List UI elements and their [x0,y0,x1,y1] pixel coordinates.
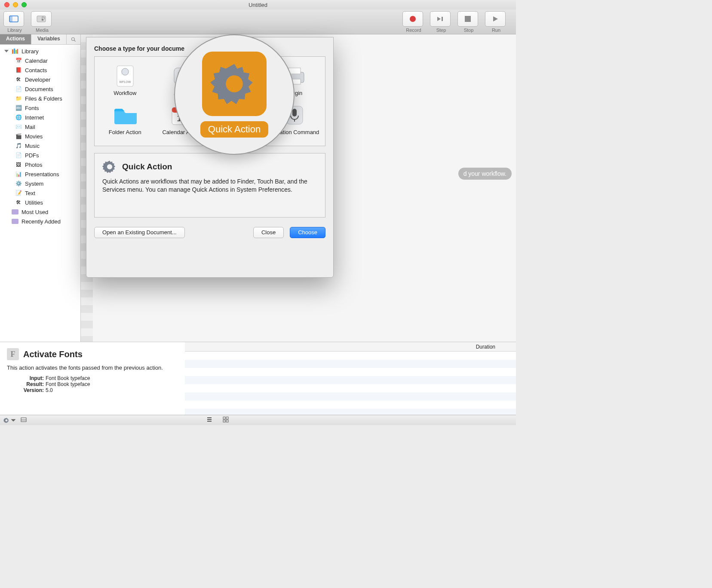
tree-most-used[interactable]: Most Used [3,207,80,217]
step-label: Step [436,28,446,33]
record-button[interactable] [402,11,423,27]
sidebar-item-label: Files & Folders [25,95,62,102]
open-existing-button[interactable]: Open an Existing Document... [94,227,185,238]
category-icon: 🌐 [15,113,22,121]
duration-column-header[interactable]: Duration [185,342,516,352]
sidebar-item-photos[interactable]: 🖼Photos [3,160,80,169]
tree-library[interactable]: Library [3,46,80,56]
folder-icon [11,217,19,225]
template-description: Quick Action Quick Actions are workflows… [94,153,325,217]
sidebar-item-presentations[interactable]: 📊Presentations [3,169,80,179]
library-label: Library [7,28,22,33]
library-button[interactable] [3,11,24,27]
sidebar-item-calendar[interactable]: 📅Calendar [3,56,80,65]
run-button[interactable] [485,11,506,27]
svg-rect-5 [465,16,471,22]
media-label: Media [36,28,49,33]
svg-rect-20 [226,420,228,422]
svg-text:WFLOW: WFLOW [119,80,131,83]
view-grid-button[interactable] [223,416,229,424]
sidebar-item-mail[interactable]: ✉️Mail [3,122,80,132]
template-folder-action[interactable]: Folder Action [98,101,152,144]
title-bar: Untitled [0,0,516,9]
detail-input-row: Input:Font Book typeface [19,375,178,381]
category-icon: ✉️ [15,123,22,131]
detail-title: F Activate Fonts [7,348,178,360]
sidebar-item-label: Documents [25,86,53,92]
category-icon: 🛠 [15,76,22,83]
template-desc-title: Quick Action [122,162,172,172]
quick-action-label: Quick Action [200,121,268,138]
sidebar-item-documents[interactable]: 📄Documents [3,84,80,94]
sidebar-item-developer[interactable]: 🛠Developer [3,75,80,84]
sidebar-item-utilities[interactable]: 🛠Utilities [3,198,80,207]
gear-icon [3,417,9,423]
svg-rect-17 [223,417,225,419]
detail-result-row: Result:Font Book typeface [19,381,178,387]
folder-icon [11,208,19,216]
stop-label: Stop [464,28,474,33]
template-desc-body: Quick Actions are workflows that may be … [102,178,317,194]
view-list-button[interactable] [206,416,212,424]
gear-icon [102,159,117,174]
caret-down-icon [10,417,16,423]
library-sidebar: Actions Variables Library 📅Calendar📕Cont… [0,34,81,342]
tree-recently-added-label: Recently Added [21,218,61,225]
sidebar-search[interactable] [67,34,80,44]
sidebar-item-label: PDFs [25,152,39,159]
category-icon: 📕 [15,66,22,74]
gear-menu-button[interactable] [3,417,16,423]
sidebar-item-text[interactable]: 📝Text [3,188,80,198]
sidebar-item-contacts[interactable]: 📕Contacts [3,65,80,75]
category-icon: 🖼 [15,161,22,168]
sidebar-item-system[interactable]: ⚙️System [3,179,80,188]
category-icon: 📝 [15,189,22,197]
category-icon: ⚙️ [15,180,22,187]
choose-button[interactable]: Choose [290,227,325,238]
sidebar-item-label: Fonts [25,105,39,111]
category-icon: 🔤 [15,104,22,112]
tree-recently-added[interactable]: Recently Added [3,217,80,226]
sidebar-item-music[interactable]: 🎵Music [3,141,80,150]
svg-rect-37 [292,109,297,116]
media-button[interactable] [31,11,52,27]
sidebar-item-fonts[interactable]: 🔤Fonts [3,103,80,113]
detail-summary: This action activates the fonts passed f… [7,364,178,371]
status-bar [0,415,516,425]
stop-button[interactable] [457,11,478,27]
run-label: Run [492,28,500,33]
step-button[interactable] [430,11,451,27]
svg-rect-18 [226,417,228,419]
gear-icon [211,60,258,107]
svg-point-6 [71,37,74,40]
tab-actions[interactable]: Actions [0,34,31,44]
category-icon: 📅 [15,57,22,64]
svg-rect-10 [15,50,17,54]
record-label: Record [406,28,421,33]
workflow-icon: WFLOW [113,64,138,89]
template-workflow-label: Workflow [114,90,136,97]
sidebar-item-label: Music [25,143,40,149]
svg-point-22 [122,68,129,75]
template-workflow[interactable]: WFLOW Workflow [98,62,152,98]
svg-rect-8 [12,49,13,54]
tab-variables[interactable]: Variables [31,34,67,44]
sidebar-item-files-folders[interactable]: 📁Files & Folders [3,94,80,103]
category-icon: 📄 [15,85,22,93]
sidebar-item-label: Contacts [25,67,47,74]
sidebar-item-movies[interactable]: 🎬Movies [3,132,80,141]
library-icon [11,47,19,55]
disclosure-triangle-icon [4,50,9,52]
close-button[interactable]: Close [253,227,284,238]
svg-rect-11 [17,49,18,54]
action-detail-panel: F Activate Fonts This action activates t… [0,342,516,415]
sidebar-item-internet[interactable]: 🌐Internet [3,113,80,122]
svg-rect-19 [223,420,225,422]
toggle-detail-button[interactable] [21,416,27,424]
folder-blue-icon [113,103,138,128]
window-title: Untitled [0,2,516,8]
sidebar-item-pdfs[interactable]: 📄PDFs [3,150,80,160]
category-icon: 🛠 [15,199,22,206]
grid-icon [223,416,229,423]
svg-point-3 [42,18,44,21]
